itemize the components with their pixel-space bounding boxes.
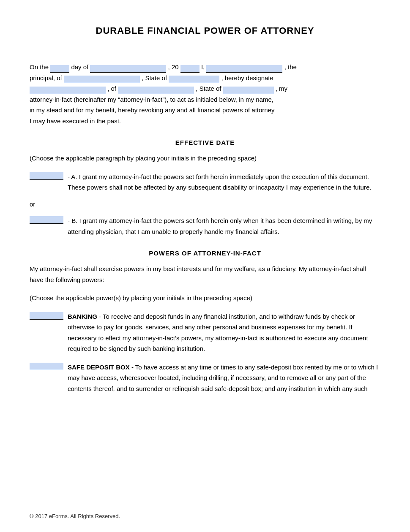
banking-initials-field[interactable] xyxy=(30,312,63,320)
intro-hereby-designate: , hereby designate xyxy=(221,74,273,81)
intro-of: , of xyxy=(107,85,118,92)
effective-date-choose: (Choose the applicable paragraph by plac… xyxy=(30,153,380,164)
intro-the: , the xyxy=(284,63,297,71)
page: DURABLE FINANCIAL POWER OF ATTORNEY On t… xyxy=(0,0,410,532)
option-b-initials-field[interactable] xyxy=(30,216,63,224)
safe-deposit-initials-block: SAFE DEPOSIT BOX - To have access at any… xyxy=(30,362,380,394)
principal-state-field[interactable] xyxy=(169,76,219,83)
banking-initials-block: BANKING - To receive and deposit funds i… xyxy=(30,311,380,354)
safe-deposit-block: SAFE DEPOSIT BOX - To have access at any… xyxy=(30,362,380,394)
intro-paragraph: On the day of , 20 I, , the principal, o… xyxy=(30,62,380,126)
option-a-text: - A. I grant my attorney-in-fact the pow… xyxy=(68,171,380,193)
year-field[interactable] xyxy=(180,65,200,73)
day-field[interactable] xyxy=(50,65,69,73)
powers-title: POWERS OF ATTORNEY-IN-FACT xyxy=(30,250,380,257)
effective-date-title: EFFECTIVE DATE xyxy=(30,139,380,146)
option-a-block: - A. I grant my attorney-in-fact the pow… xyxy=(30,171,380,193)
agent-address-field[interactable] xyxy=(118,87,194,94)
safe-deposit-initials-field[interactable] xyxy=(30,363,63,370)
option-b-text: - B. I grant my attorney-in-fact the pow… xyxy=(68,215,380,237)
agent-state-field[interactable] xyxy=(223,87,274,94)
intro-my: , my xyxy=(276,85,287,92)
banking-body: - To receive and deposit funds in any fi… xyxy=(68,313,368,353)
banking-block: BANKING - To receive and deposit funds i… xyxy=(30,311,380,354)
month-field[interactable] xyxy=(90,65,166,73)
intro-state-of-1: , State of xyxy=(142,74,169,81)
option-a-initials-field[interactable] xyxy=(30,172,63,180)
intro-i: I, xyxy=(201,63,205,71)
intro-line4: attorney-in-fact (hereinafter my “attorn… xyxy=(30,96,273,103)
intro-comma-20: , 20 xyxy=(168,63,179,71)
intro-day-of: day of xyxy=(71,63,90,71)
principal-address-field[interactable] xyxy=(64,76,140,83)
page-title: DURABLE FINANCIAL POWER OF ATTORNEY xyxy=(30,25,380,36)
intro-state-of-2: , State of xyxy=(196,85,223,92)
banking-text: BANKING - To receive and deposit funds i… xyxy=(68,311,380,354)
or-text: or xyxy=(30,199,380,210)
intro-principal-of: principal, of xyxy=(30,74,64,81)
powers-intro: My attorney-in-fact shall exercise power… xyxy=(30,263,380,285)
intro-on-the: On the xyxy=(30,63,49,71)
banking-label: BANKING xyxy=(68,313,97,320)
principal-name-field[interactable] xyxy=(206,65,282,73)
copyright-text: © 2017 eForms. All Rights Reserved. xyxy=(30,513,120,519)
powers-choose: (Choose the applicable power(s) by placi… xyxy=(30,293,380,304)
safe-deposit-text: SAFE DEPOSIT BOX - To have access at any… xyxy=(68,362,380,394)
footer: © 2017 eForms. All Rights Reserved. xyxy=(30,513,120,519)
option-b-block: - B. I grant my attorney-in-fact the pow… xyxy=(30,215,380,237)
intro-line5: in my stead and for my benefit, hereby r… xyxy=(30,106,275,114)
safe-deposit-label: SAFE DEPOSIT BOX xyxy=(68,364,130,371)
intro-line6: I may have executed in the past. xyxy=(30,117,121,125)
agent-name-field[interactable] xyxy=(30,87,106,94)
